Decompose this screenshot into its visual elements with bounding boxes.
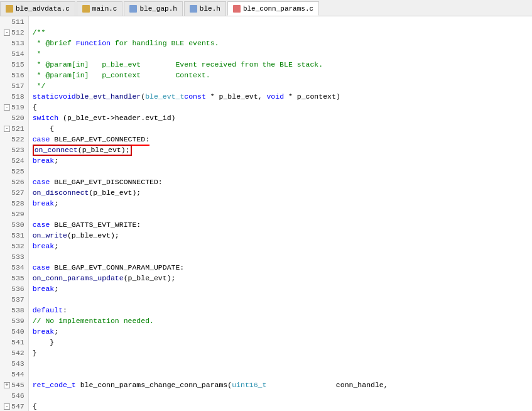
line-516: * @param[in] p_context Context. xyxy=(33,70,532,80)
tab-label-main: main.c xyxy=(92,5,117,13)
tab-ble[interactable]: ble.h xyxy=(184,1,226,16)
collapse-512[interactable]: - xyxy=(4,30,10,36)
line-536: break; xyxy=(33,283,532,294)
line-544 xyxy=(33,369,532,380)
line-523: on_connect(p_ble_evt); xyxy=(33,145,532,155)
line-533 xyxy=(33,251,532,262)
line-519: { xyxy=(33,102,532,112)
tab-label-ble-conn-params: ble_conn_params.c xyxy=(243,5,313,13)
line-517: */ xyxy=(33,80,532,91)
tab-icon-main xyxy=(82,5,90,13)
tab-icon-ble-conn-params xyxy=(233,5,241,13)
line-541: } xyxy=(33,337,532,348)
line-543 xyxy=(33,358,532,369)
line-529 xyxy=(33,209,532,219)
tab-ble-conn-params[interactable]: ble_conn_params.c xyxy=(227,1,319,16)
line-511 xyxy=(33,16,532,27)
line-545: ret_code_t ble_conn_params_change_conn_p… xyxy=(33,380,532,390)
tab-label-ble-gap: ble_gap.h xyxy=(139,5,176,13)
tab-main[interactable]: main.c xyxy=(77,1,123,16)
line-numbers: 511 -512 513 514 515 516 517 518 -519 52… xyxy=(0,16,29,411)
collapse-545[interactable]: + xyxy=(4,382,10,388)
line-546 xyxy=(33,390,532,401)
line-530: case BLE_GATTS_EVT_WRITE: xyxy=(33,219,532,230)
line-512: /** xyxy=(33,27,532,38)
line-513: * @brief Function for handling BLE event… xyxy=(33,38,532,48)
line-531: on_write(p_ble_evt); xyxy=(33,230,532,241)
line-542: } xyxy=(33,348,532,358)
tab-icon-ble xyxy=(190,5,197,13)
line-522: case BLE_GAP_EVT_CONNECTED: xyxy=(33,134,532,145)
line-535: on_conn_params_update(p_ble_evt); xyxy=(33,273,532,283)
editor-container: ble_advdata.c main.c ble_gap.h ble.h ble… xyxy=(0,0,532,411)
line-521: { xyxy=(33,123,532,134)
collapse-547[interactable]: - xyxy=(4,403,10,410)
code-content: /** * @brief Function for handling BLE e… xyxy=(29,16,532,411)
tab-label-ble-advdata: ble_advdata.c xyxy=(16,5,70,13)
code-area: 511 -512 513 514 515 516 517 518 -519 52… xyxy=(0,16,532,411)
line-526: case BLE_GAP_EVT_DISCONNECTED: xyxy=(33,177,532,187)
tab-icon-ble-advdata xyxy=(6,5,13,13)
line-534: case BLE_GAP_EVT_CONN_PARAM_UPDATE: xyxy=(33,262,532,273)
tab-ble-advdata[interactable]: ble_advdata.c xyxy=(0,1,75,16)
line-532: break; xyxy=(33,241,532,251)
line-520: switch (p_ble_evt->header.evt_id) xyxy=(33,112,532,123)
line-527: on_disconnect(p_ble_evt); xyxy=(33,187,532,198)
line-540: break; xyxy=(33,326,532,337)
collapse-521[interactable]: - xyxy=(4,126,10,132)
collapse-519[interactable]: - xyxy=(4,104,10,111)
tab-label-ble: ble.h xyxy=(200,5,220,13)
line-538: default: xyxy=(33,305,532,315)
line-518: static void ble_evt_handler(ble_evt_t co… xyxy=(33,91,532,102)
line-515: * @param[in] p_ble_evt Event received fr… xyxy=(33,59,532,70)
tab-icon-ble-gap xyxy=(129,5,137,13)
line-528: break; xyxy=(33,198,532,209)
line-514: * xyxy=(33,48,532,59)
line-537 xyxy=(33,294,532,305)
tab-bar: ble_advdata.c main.c ble_gap.h ble.h ble… xyxy=(0,0,532,16)
line-525 xyxy=(33,166,532,177)
line-539: // No implementation needed. xyxy=(33,315,532,326)
line-524: break; xyxy=(33,155,532,166)
tab-ble-gap[interactable]: ble_gap.h xyxy=(124,1,182,16)
line-547: { xyxy=(33,401,532,411)
